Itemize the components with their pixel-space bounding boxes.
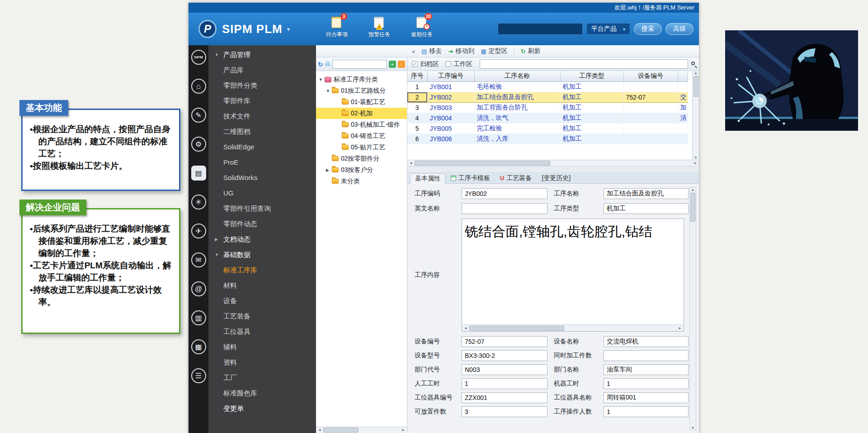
table-row[interactable]: 2JYB002加工结合面及齿腔孔机加工752-07交 [407,92,688,102]
nav-item[interactable]: 标准工序库 [208,262,316,278]
filter-option[interactable]: 工作区 [445,60,472,68]
nav-item[interactable]: 零部件引用查询 [208,201,316,216]
scroll-left-icon[interactable]: ◄ [317,428,322,432]
field-input[interactable] [462,203,547,214]
field-input[interactable] [462,188,547,199]
nav-item[interactable]: 二维图档 [208,124,316,139]
cell-process-name[interactable]: 加工结合面及齿腔孔 [474,92,560,102]
scroll-down-icon[interactable]: ▼ [693,156,698,160]
nav-item[interactable]: 标准颜色库 [208,385,316,401]
field-input[interactable] [462,336,547,347]
tree-node[interactable]: 03-机械加工-锻件 [316,119,407,130]
tree-node[interactable]: 05-贴片工艺 [316,142,407,153]
app-menu-caret-icon[interactable]: ▾ [287,26,290,33]
tree-node[interactable]: 01-装配工艺 [316,96,407,108]
scrollbar-thumb[interactable] [469,326,564,331]
chevron-right-icon[interactable]: ▶ [326,168,332,172]
nav-item[interactable]: 工位器具 [208,324,316,339]
tree-up-icon[interactable]: ↑ [398,61,405,68]
textarea-horizontal-scrollbar[interactable]: ◄► [462,324,684,331]
org-chart-icon[interactable]: 品 [325,60,330,68]
scroll-right-icon[interactable]: ► [693,161,698,165]
tree-refresh-icon[interactable]: ↻ [318,61,323,68]
form-vertical-scrollbar[interactable]: ▲▼ [689,187,696,430]
table-row[interactable]: 6JYB006清洗，入库机加工 [407,133,688,144]
scrollbar-thumb[interactable] [690,193,695,222]
edit-icon[interactable]: ✎ [191,108,206,123]
search-button[interactable]: 搜索 [634,23,662,35]
tab-item[interactable]: 工序卡模板 [446,173,495,183]
processing-icon[interactable]: ✳ [191,195,206,209]
data-settings-icon[interactable]: ⚙ [191,137,206,152]
tab-item[interactable]: U工艺装备 [495,173,536,183]
library-icon[interactable]: ▥ [191,310,206,325]
cell-process-code[interactable]: JYB006 [427,133,474,144]
home-icon[interactable]: ⌂ [191,79,206,94]
nav-item[interactable]: 产品库 [208,62,316,78]
tree-node[interactable]: ▼标准工序库分类 [316,74,407,85]
nav-item[interactable]: SolidEdge [208,139,316,155]
cell-process-code[interactable]: JYB003 [427,102,474,113]
messages-icon[interactable]: ✉ [191,252,206,267]
tab-basic-attributes[interactable]: 基本属性 [410,173,445,184]
nav-group[interactable]: ▼产品管理 [208,47,316,62]
cell-process-code[interactable]: JYB004 [427,113,474,123]
remove-button[interactable]: ▤移去 [421,47,442,55]
cell-process-code[interactable]: JYB001 [427,81,474,92]
nav-group[interactable]: ▶文档动态 [208,232,316,247]
column-header[interactable] [678,71,688,81]
scrollbar-thumb[interactable] [693,76,698,97]
nav-item[interactable]: SolidWorks [208,170,316,186]
table-row[interactable]: 4JYB004清洗，吹气机加工清 [407,113,688,123]
nav-item[interactable]: 资料 [208,355,316,370]
tree-node[interactable]: ▼01按工艺路线分 [316,85,407,96]
cell-process-name[interactable]: 完工检验 [474,123,560,133]
table-row[interactable]: 5JYB005完工检验机加工 [407,123,688,133]
tree-horizontal-scrollbar[interactable]: ◄► [316,427,407,433]
field-input[interactable] [462,350,547,361]
cell-process-code[interactable]: JYB005 [427,123,474,133]
report-icon[interactable]: ☰ [191,368,206,383]
staging-area-button[interactable]: ▦定型区 [481,47,507,55]
tab-item[interactable]: [变更历史] [537,173,575,183]
nav-item[interactable]: 工艺装备 [208,309,316,324]
scroll-up-icon[interactable]: ▲ [693,71,698,75]
field-input[interactable] [462,406,547,417]
table-search-input[interactable] [480,59,688,69]
column-header[interactable]: 工序类型 [560,71,623,81]
tree-node[interactable]: 02-机加 [316,108,407,119]
field-input[interactable] [604,350,689,361]
overdue-tasks-button[interactable]: 20逾期任务 [405,16,439,38]
nav-item[interactable]: 设备 [208,293,316,309]
column-header[interactable]: 工序编号 [427,71,474,81]
process-content-textarea[interactable]: 铣结合面,镗轴孔,齿轮腔孔,钻结◄► [462,219,684,332]
checkbox-icon[interactable] [445,61,451,67]
table-vertical-scrollbar[interactable]: ▲▼ [692,71,699,160]
table-row[interactable]: 1JYB001毛坯检验机加工 [407,81,688,92]
calendar-icon[interactable]: ▦ [191,339,206,354]
nav-item[interactable]: 工厂 [208,370,316,385]
cell-process-name[interactable]: 加工背面各台阶孔 [474,102,560,113]
scroll-right-icon[interactable]: ► [401,428,406,432]
advanced-search-button[interactable]: 高级 [665,23,693,35]
nav-group[interactable]: 变更单 [208,401,316,416]
nav-group[interactable]: ▼基础数据 [208,247,316,262]
scroll-up-icon[interactable]: ▲ [690,188,696,192]
warning-tasks-button[interactable]: 预警任务 [362,16,396,38]
nav-item[interactable]: 零部件分类 [208,78,316,93]
database-icon[interactable]: ▤ [191,166,206,181]
tree-node[interactable]: ▶03按客户分 [316,164,407,176]
field-input[interactable] [604,392,689,403]
tree-node[interactable]: 04-铸造工艺 [316,130,407,142]
column-header[interactable]: 序号 [407,71,427,81]
field-input[interactable] [604,203,689,214]
scroll-down-icon[interactable]: ▼ [690,426,696,430]
field-input[interactable] [604,378,689,389]
scrollbar-thumb[interactable] [323,428,359,433]
checkbox-icon[interactable]: ✓ [412,61,418,67]
field-input[interactable] [604,188,689,199]
tree-search-input[interactable] [332,60,387,69]
tree-node[interactable]: 未分类 [316,176,407,187]
cell-process-name[interactable]: 毛坯检验 [474,81,560,92]
nav-item[interactable]: 材料 [208,278,316,293]
